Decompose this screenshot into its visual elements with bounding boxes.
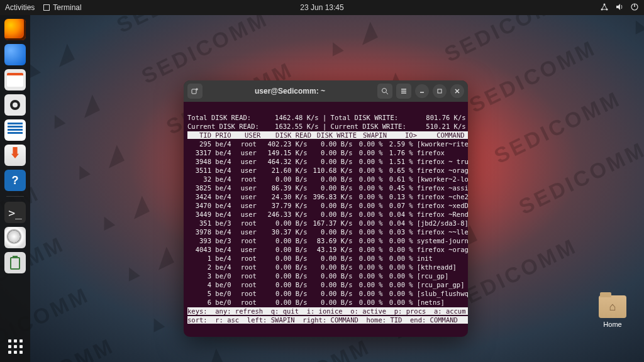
app-menu-label: Terminal <box>53 3 81 12</box>
ubuntu-software-launcher[interactable] <box>4 145 26 166</box>
power-icon[interactable] <box>630 3 639 13</box>
table-row: 3470 be/4 user37.79 K/s0.00 B/s0.00 %0.0… <box>187 201 464 210</box>
window-title: user@Sedicomm: ~ <box>206 87 374 96</box>
iotop-rows: 295 be/4 root402.23 K/s0.00 B/s0.00 %2.5… <box>187 140 464 307</box>
disc-launcher[interactable] <box>4 227 26 248</box>
terminal-indicator-icon <box>43 4 50 11</box>
svg-rect-12 <box>438 89 441 93</box>
network-icon[interactable] <box>600 3 609 13</box>
clock[interactable]: 23 Jun 13:45 <box>300 3 343 12</box>
dock: ? >_ <box>0 15 30 362</box>
minimize-button[interactable] <box>415 84 429 98</box>
table-row: 3948 be/4 user464.32 K/s0.00 B/s0.00 %1.… <box>187 157 464 166</box>
table-row: 6 be/0 root0.00 B/s0.00 B/s0.00 %0.00 %[… <box>187 298 464 307</box>
table-row: 3825 be/4 user86.39 K/s0.00 B/s0.00 %0.4… <box>187 184 464 192</box>
close-button[interactable] <box>450 84 464 98</box>
svg-point-6 <box>382 89 387 93</box>
table-row: 393 be/3 root0.00 B/s83.69 K/s0.00 %0.00… <box>187 236 464 245</box>
svg-rect-5 <box>192 89 196 94</box>
table-row: 32 be/4 root0.00 B/s0.00 B/s0.00 %0.61 %… <box>187 175 464 184</box>
app-menu[interactable]: Terminal <box>43 3 81 12</box>
top-bar: Activities Terminal 23 Jun 13:45 <box>0 0 644 15</box>
thunderbird-launcher[interactable] <box>4 44 26 65</box>
iotop-header-row: TID PRIO USERDISK READDISK WRITESWAPINIO… <box>187 131 468 139</box>
table-row: 4 be/0 root0.00 B/s0.00 B/s0.00 %0.00 %[… <box>187 280 464 289</box>
table-row: 295 be/4 root402.23 K/s0.00 B/s0.00 %2.5… <box>187 140 464 148</box>
table-row: 1 be/4 root0.00 B/s0.00 B/s0.00 %0.00 %i… <box>187 254 464 263</box>
files-launcher[interactable] <box>4 69 26 90</box>
table-row: 2 be/4 root0.00 B/s0.00 B/s0.00 %0.00 %[… <box>187 263 464 272</box>
folder-icon <box>599 295 626 318</box>
terminal-launcher[interactable]: >_ <box>4 202 26 223</box>
table-row: 3317 be/4 user149.15 K/s0.00 B/s0.00 %1.… <box>187 148 464 157</box>
new-tab-button[interactable] <box>187 84 203 99</box>
table-row: 3424 be/4 user24.30 K/s396.83 K/s0.00 %0… <box>187 192 464 201</box>
search-button[interactable] <box>377 84 392 99</box>
home-desktop-icon[interactable]: Home <box>594 295 631 328</box>
terminal-window: user@Sedicomm: ~ Total DISK READ: 1462.4… <box>184 80 468 337</box>
table-row: 3 be/0 root0.00 B/s0.00 B/s0.00 %0.00 %[… <box>187 272 464 280</box>
libreoffice-writer-launcher[interactable] <box>4 119 26 141</box>
table-row: 3978 be/4 user30.37 K/s0.00 B/s0.00 %0.0… <box>187 228 464 236</box>
activities-button[interactable]: Activities <box>5 3 35 12</box>
iotop-summary: Total DISK READ: 1462.48 K/s | Total DIS… <box>187 114 466 130</box>
trash-launcher[interactable] <box>4 252 26 273</box>
terminal-output[interactable]: Total DISK READ: 1462.48 K/s | Total DIS… <box>184 102 468 337</box>
table-row: 5 be/0 root0.00 B/s0.00 B/s0.00 %0.00 %[… <box>187 289 464 298</box>
volume-icon[interactable] <box>615 3 624 13</box>
hamburger-menu-button[interactable] <box>396 84 411 99</box>
firefox-launcher[interactable] <box>4 19 26 40</box>
iotop-footer: keys: any: refresh q: quit i: ionice o: … <box>187 307 468 324</box>
table-row: 3511 be/4 user21.60 K/s110.68 K/s0.00 %0… <box>187 166 464 175</box>
maximize-button[interactable] <box>433 84 447 98</box>
svg-line-7 <box>386 92 388 94</box>
home-label: Home <box>594 321 631 328</box>
help-launcher[interactable]: ? <box>4 170 26 191</box>
table-row: 351 be/3 root0.00 B/s167.37 K/s0.00 %0.0… <box>187 219 464 228</box>
table-row: 4043 be/4 user0.00 B/s43.19 K/s0.00 %0.0… <box>187 245 464 254</box>
rhythmbox-launcher[interactable] <box>4 94 26 116</box>
show-applications-button[interactable] <box>4 336 26 357</box>
dock-separator <box>6 196 24 197</box>
table-row: 3449 be/4 user246.33 K/s0.00 B/s0.00 %0.… <box>187 210 464 219</box>
window-titlebar[interactable]: user@Sedicomm: ~ <box>184 80 468 102</box>
